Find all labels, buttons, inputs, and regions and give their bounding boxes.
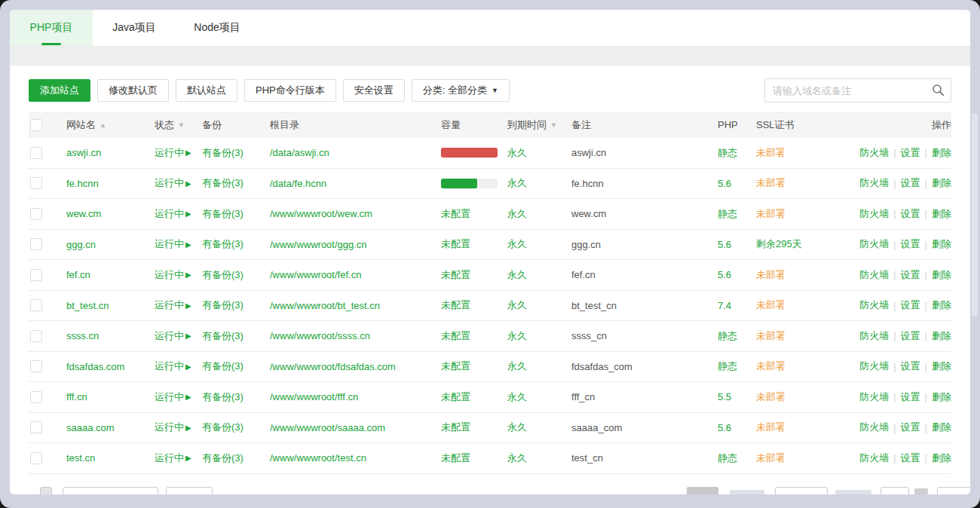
row-checkbox[interactable] — [30, 208, 42, 220]
settings-link[interactable]: 设置 — [901, 237, 920, 251]
remark-text[interactable]: aswji.cn — [571, 147, 606, 158]
delete-link[interactable]: 删除 — [932, 360, 951, 373]
expire-link[interactable]: 永久 — [507, 146, 527, 160]
firewall-link[interactable]: 防火墙 — [859, 146, 889, 160]
default-site-button[interactable]: 默认站点 — [176, 79, 237, 102]
root-dir-link[interactable]: /www/wwwroot/test.cn — [270, 452, 366, 464]
row-checkbox[interactable] — [30, 330, 42, 342]
row-checkbox[interactable] — [30, 147, 42, 159]
delete-link[interactable]: 删除 — [932, 329, 951, 343]
php-version-link[interactable]: 5.6 — [718, 178, 731, 189]
site-name-link[interactable]: ssss.cn — [66, 330, 99, 341]
root-dir-link[interactable]: /www/wwwroot/saaaa.com — [270, 422, 385, 433]
site-status[interactable]: 运行中▶ — [155, 390, 202, 404]
remark-text[interactable]: fef.cn — [571, 269, 596, 280]
settings-link[interactable]: 设置 — [901, 146, 920, 160]
capacity-link[interactable]: 未配置 — [441, 451, 470, 465]
remark-text[interactable]: bt_test_cn — [571, 300, 617, 311]
site-name-link[interactable]: fef.cn — [66, 269, 90, 280]
settings-link[interactable]: 设置 — [901, 298, 920, 312]
firewall-link[interactable]: 防火墙 — [859, 298, 889, 312]
backup-link[interactable]: 有备份(3) — [202, 146, 243, 160]
expire-link[interactable]: 永久 — [507, 451, 527, 465]
pagination-input[interactable] — [775, 487, 828, 494]
site-name-link[interactable]: wew.cm — [66, 208, 101, 219]
php-version-link[interactable]: 5.5 — [718, 391, 731, 402]
expire-link[interactable]: 永久 — [507, 237, 527, 251]
sort-asc-icon[interactable]: ▲ — [100, 121, 106, 129]
remark-text[interactable]: test_cn — [571, 452, 603, 464]
capacity-bar[interactable] — [441, 179, 498, 188]
backup-link[interactable]: 有备份(3) — [202, 176, 243, 190]
ssl-status[interactable]: 未部署 — [756, 360, 786, 373]
capacity-cell[interactable]: 未配置 — [441, 298, 507, 312]
delete-link[interactable]: 删除 — [932, 390, 951, 404]
remark-text[interactable]: wew.cm — [571, 208, 606, 219]
delete-link[interactable]: 删除 — [932, 207, 951, 221]
ssl-status[interactable]: 未部署 — [756, 390, 786, 404]
ssl-status[interactable]: 未部署 — [756, 298, 786, 312]
add-site-button[interactable]: 添加站点 — [29, 79, 90, 102]
php-version-link[interactable]: 静态 — [718, 360, 737, 373]
backup-link[interactable]: 有备份(3) — [202, 207, 243, 221]
remark-text[interactable]: saaaa_com — [571, 422, 622, 433]
delete-link[interactable]: 删除 — [932, 421, 951, 434]
sort-desc-icon[interactable]: ▼ — [178, 121, 185, 129]
capacity-cell[interactable]: 未配置 — [441, 390, 507, 404]
select-all-checkbox[interactable] — [30, 119, 42, 131]
ssl-status[interactable]: 未部署 — [756, 329, 786, 343]
backup-link[interactable]: 有备份(3) — [202, 237, 243, 251]
remark-text[interactable]: fe.hcnn — [571, 178, 604, 189]
ssl-status[interactable]: 未部署 — [756, 268, 786, 282]
site-name-link[interactable]: test.cn — [66, 452, 95, 464]
delete-link[interactable]: 删除 — [932, 237, 951, 251]
php-version-link[interactable]: 5.6 — [718, 239, 731, 250]
row-checkbox[interactable] — [30, 299, 42, 311]
backup-link[interactable]: 有备份(3) — [202, 451, 243, 465]
capacity-link[interactable]: 未配置 — [441, 390, 470, 404]
firewall-link[interactable]: 防火墙 — [859, 207, 889, 221]
site-status[interactable]: 运行中▶ — [155, 207, 202, 221]
capacity-cell[interactable]: 未配置 — [441, 421, 507, 434]
category-filter-dropdown[interactable]: 分类: 全部分类 ▼ — [412, 79, 510, 102]
bottom-select-all-checkbox[interactable] — [40, 487, 52, 494]
site-name-link[interactable]: fe.hcnn — [66, 178, 99, 189]
delete-link[interactable]: 删除 — [932, 146, 951, 160]
sort-desc-icon[interactable]: ▼ — [550, 121, 557, 129]
row-checkbox[interactable] — [30, 452, 42, 464]
site-status[interactable]: 运行中▶ — [155, 298, 202, 312]
modify-default-page-button[interactable]: 修改默认页 — [97, 79, 169, 102]
pagination-button[interactable] — [880, 487, 909, 494]
capacity-link[interactable]: 未配置 — [441, 237, 470, 251]
settings-link[interactable]: 设置 — [901, 421, 920, 434]
site-name-link[interactable]: fff.cn — [66, 391, 87, 402]
site-status[interactable]: 运行中▶ — [155, 421, 202, 434]
capacity-link[interactable]: 未配置 — [441, 207, 470, 221]
tab-php[interactable]: PHP项目 — [10, 10, 93, 46]
capacity-link[interactable]: 未配置 — [441, 298, 470, 312]
expire-link[interactable]: 永久 — [507, 298, 527, 312]
ssl-status[interactable]: 未部署 — [756, 146, 786, 160]
pagination-settings-icon[interactable] — [914, 488, 928, 494]
row-checkbox[interactable] — [30, 177, 42, 189]
row-checkbox[interactable] — [30, 360, 42, 372]
root-dir-link[interactable]: /data/fe.hcnn — [270, 178, 326, 189]
php-version-link[interactable]: 静态 — [718, 146, 737, 160]
batch-apply-button[interactable] — [166, 487, 213, 494]
capacity-cell[interactable]: 未配置 — [441, 451, 507, 465]
capacity-link[interactable]: 未配置 — [441, 329, 470, 343]
php-version-link[interactable]: 静态 — [718, 451, 737, 465]
header-site-name[interactable]: 网站名▲ — [66, 118, 155, 132]
ssl-status[interactable]: 剩余295天 — [756, 237, 802, 251]
row-checkbox[interactable] — [30, 238, 42, 250]
firewall-link[interactable]: 防火墙 — [859, 176, 889, 190]
tab-node[interactable]: Node项目 — [176, 10, 259, 46]
firewall-link[interactable]: 防火墙 — [859, 268, 889, 282]
backup-link[interactable]: 有备份(3) — [202, 329, 243, 343]
row-checkbox[interactable] — [30, 391, 42, 403]
remark-text[interactable]: ssss_cn — [571, 330, 607, 341]
root-dir-link[interactable]: /www/wwwroot/wew.cm — [270, 208, 372, 219]
capacity-link[interactable]: 未配置 — [441, 268, 470, 282]
delete-link[interactable]: 删除 — [932, 176, 951, 190]
expire-link[interactable]: 永久 — [507, 360, 527, 373]
